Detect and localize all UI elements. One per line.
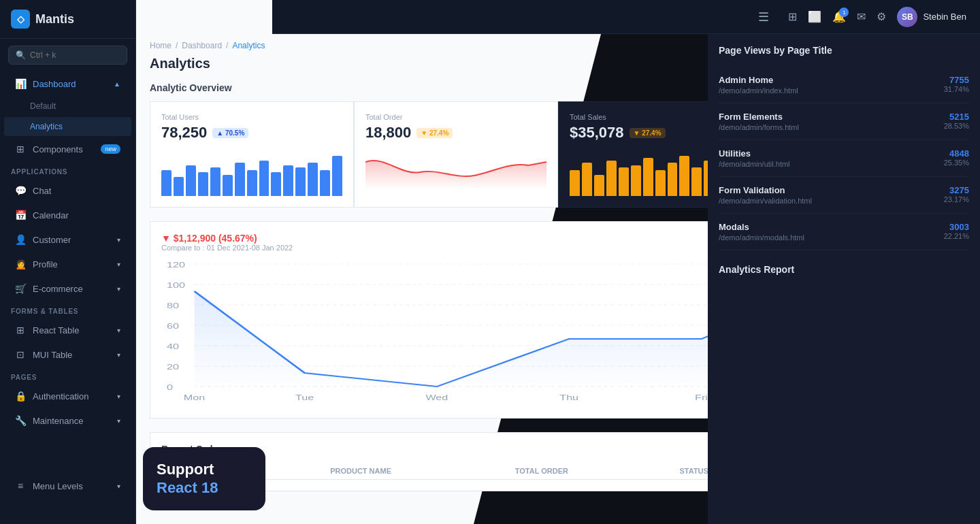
sidebar-sub-item-default[interactable]: Default bbox=[4, 97, 131, 116]
pv-path: /demo/admin/index.html bbox=[719, 86, 798, 95]
logo: ◇ Mantis bbox=[0, 0, 135, 39]
sidebar-item-dashboard[interactable]: 📊 Dashboard ▲ bbox=[4, 72, 131, 95]
chevron-down-icon6: ▾ bbox=[117, 393, 120, 400]
dashboard-label: Dashboard bbox=[33, 79, 76, 89]
mail-icon[interactable]: ✉ bbox=[857, 10, 866, 23]
sidebar-item-menu-levels[interactable]: ≡ Menu Levels ▾ bbox=[4, 474, 131, 497]
sidebar-sub-item-analytics[interactable]: Analytics bbox=[4, 117, 131, 136]
topbar: ☰ ⊞ ⬜ 🔔 1 ✉ ⚙ SB Stebin Ben bbox=[272, 0, 980, 34]
pv-info: Form Elements /demo/admin/forms.html bbox=[719, 112, 799, 131]
sidebar-item-components[interactable]: ⊞ Components new bbox=[4, 137, 131, 161]
components-label: Components bbox=[33, 144, 83, 154]
stat-card-total-order: Total Order 18,800 ▼ 27.4% bbox=[354, 101, 558, 208]
auth-label: Authentication bbox=[33, 391, 88, 402]
customer-icon: 👤 bbox=[15, 234, 26, 245]
stat-badge-order: ▼ 27.4% bbox=[416, 128, 453, 138]
content-wrapper: Home / Dashboard / Analytics Analytics A… bbox=[136, 0, 980, 524]
breadcrumb-sep1: / bbox=[176, 41, 178, 50]
pv-path: /demo/admin/util.html bbox=[719, 160, 790, 168]
page-views-title: Page Views by Page Title bbox=[719, 45, 969, 56]
stat-card-total-users: Total Users 78,250 ▲ 70.5% bbox=[150, 101, 354, 208]
bar-chart-users bbox=[161, 148, 342, 196]
pv-name: Form Validation bbox=[719, 185, 812, 195]
breadcrumb-sep2: / bbox=[226, 41, 228, 50]
pv-name: Admin Home bbox=[719, 75, 798, 85]
default-label: Default bbox=[30, 101, 56, 111]
user-name: Stebin Ben bbox=[923, 12, 966, 22]
sidebar-item-profile[interactable]: 🙍 Profile ▾ bbox=[4, 252, 131, 276]
pv-count: 3003 bbox=[944, 222, 969, 232]
support-line1: Support bbox=[157, 461, 214, 478]
pv-path: /demo/admin/forms.html bbox=[719, 123, 799, 131]
sidebar-item-calendar[interactable]: 📅 Calendar bbox=[4, 203, 131, 227]
react-table-label: React Table bbox=[33, 325, 79, 335]
support-popup[interactable]: Support React 18 bbox=[143, 447, 265, 510]
ecommerce-icon: 🛒 bbox=[15, 283, 26, 294]
pv-pct: 23.17% bbox=[944, 195, 969, 203]
user-profile[interactable]: SB Stebin Ben bbox=[897, 7, 966, 27]
stat-value-users: 78,250 ▲ 70.5% bbox=[161, 124, 342, 142]
pv-info: Form Validation /demo/admin/validation.h… bbox=[719, 185, 812, 205]
sidebar-item-react-table[interactable]: ⊞ React Table ▾ bbox=[4, 318, 131, 342]
page-view-item: Modals /demo/admin/modals.html 3003 22.2… bbox=[719, 214, 969, 250]
maintenance-icon: 🔧 bbox=[15, 415, 26, 426]
sidebar-item-maintenance[interactable]: 🔧 Maintenance ▾ bbox=[4, 409, 131, 432]
auth-icon: 🔒 bbox=[15, 391, 26, 402]
chevron-down-icon3: ▾ bbox=[117, 285, 120, 293]
pv-pct: 28.53% bbox=[944, 122, 969, 130]
section-label-forms: Forms & Tables bbox=[0, 301, 135, 318]
analytics-label: Analytics bbox=[30, 122, 63, 131]
pv-name: Utilities bbox=[719, 148, 790, 159]
area-chart-order bbox=[365, 142, 546, 189]
pv-stats: 5215 28.53% bbox=[944, 112, 969, 130]
chevron-down-icon5: ▾ bbox=[117, 351, 120, 359]
chevron-down-icon4: ▾ bbox=[117, 327, 120, 334]
search-bar[interactable]: 🔍 bbox=[8, 46, 127, 65]
apps-icon[interactable]: ⊞ bbox=[788, 10, 797, 23]
ecommerce-label: E-commerce bbox=[33, 284, 83, 294]
profile-icon: 🙍 bbox=[15, 259, 26, 269]
sidebar-item-ecommerce[interactable]: 🛒 E-commerce ▾ bbox=[4, 277, 131, 300]
notification-icon[interactable]: 🔔 1 bbox=[832, 10, 846, 23]
page-view-item: Admin Home /demo/admin/index.html 7755 3… bbox=[719, 67, 969, 103]
stat-badge-sales: ▼ 27.4% bbox=[630, 128, 666, 138]
page-view-item: Utilities /demo/admin/util.html 4848 25.… bbox=[719, 140, 969, 177]
dashboard-icon: 📊 bbox=[15, 78, 26, 89]
svg-text:Fri: Fri bbox=[695, 394, 708, 402]
search-input[interactable] bbox=[30, 50, 120, 60]
pv-stats: 3275 23.17% bbox=[944, 185, 969, 203]
sidebar-item-chat[interactable]: 💬 Chat bbox=[4, 179, 131, 202]
income-info: ▼ $1,12,900 (45.67%) Compare to : 01 Dec… bbox=[161, 233, 293, 252]
pv-stats: 4848 25.35% bbox=[944, 148, 969, 167]
settings-icon[interactable]: ⚙ bbox=[877, 10, 886, 23]
page-view-item: Form Elements /demo/admin/forms.html 521… bbox=[719, 103, 969, 140]
section-label-pages: Pages bbox=[0, 367, 135, 384]
maintenance-label: Maintenance bbox=[33, 416, 83, 426]
col-total-order: TOTAL ORDER bbox=[510, 463, 674, 480]
menu-toggle-icon[interactable]: ☰ bbox=[755, 7, 772, 27]
pv-name: Form Elements bbox=[719, 112, 799, 122]
pv-stats: 3003 22.21% bbox=[944, 222, 969, 240]
income-compare: Compare to : 01 Dec 2021-08 Jan 2022 bbox=[161, 244, 293, 252]
sidebar-item-authentication[interactable]: 🔒 Authentication ▾ bbox=[4, 384, 131, 408]
menu-levels-label: Menu Levels bbox=[33, 481, 83, 491]
sidebar-item-mui-table[interactable]: ⊡ MUI Table ▾ bbox=[4, 343, 131, 366]
components-icon: ⊞ bbox=[15, 144, 26, 154]
chevron-down-icon8: ▾ bbox=[117, 482, 120, 490]
svg-text:0: 0 bbox=[167, 384, 173, 391]
svg-text:Tue: Tue bbox=[295, 394, 314, 402]
page-views-section: Page Views by Page Title Admin Home /dem… bbox=[708, 34, 980, 524]
sidebar-item-customer[interactable]: 👤 Customer ▾ bbox=[4, 228, 131, 251]
pv-path: /demo/admin/modals.html bbox=[719, 233, 804, 242]
chat-icon: 💬 bbox=[15, 185, 26, 196]
section-label-applications: Applications bbox=[0, 161, 135, 178]
stat-label-order: Total Order bbox=[365, 113, 546, 121]
mui-table-icon: ⊡ bbox=[15, 349, 26, 360]
pv-info: Utilities /demo/admin/util.html bbox=[719, 148, 790, 168]
breadcrumb-home[interactable]: Home bbox=[150, 41, 172, 50]
svg-text:20: 20 bbox=[167, 363, 179, 371]
breadcrumb-dashboard[interactable]: Dashboard bbox=[182, 41, 222, 50]
chevron-down-icon7: ▾ bbox=[117, 417, 120, 425]
pv-path: /demo/admin/validation.html bbox=[719, 197, 812, 205]
fullscreen-icon[interactable]: ⬜ bbox=[808, 10, 821, 23]
